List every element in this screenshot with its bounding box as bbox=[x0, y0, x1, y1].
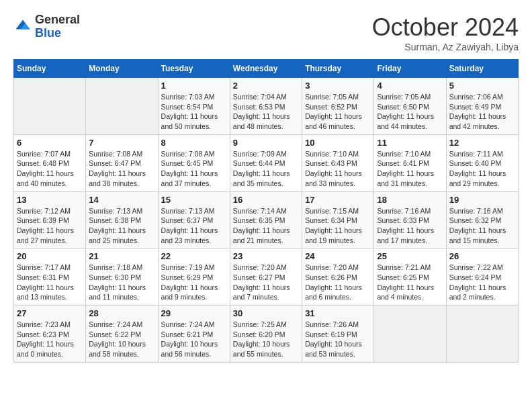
day-info: Sunrise: 7:11 AMSunset: 6:40 PMDaylight:… bbox=[449, 149, 515, 189]
day-info: Sunrise: 7:17 AMSunset: 6:31 PMDaylight:… bbox=[17, 263, 83, 302]
day-number: 19 bbox=[449, 195, 515, 205]
day-number: 14 bbox=[89, 195, 154, 205]
day-info: Sunrise: 7:16 AMSunset: 6:33 PMDaylight:… bbox=[377, 206, 443, 246]
day-number: 1 bbox=[161, 81, 227, 91]
calendar-cell: 21Sunrise: 7:18 AMSunset: 6:30 PMDayligh… bbox=[86, 248, 158, 306]
day-number: 30 bbox=[233, 308, 299, 318]
logo: General Blue bbox=[13, 13, 80, 40]
week-row-4: 20Sunrise: 7:17 AMSunset: 6:31 PMDayligh… bbox=[14, 248, 519, 306]
calendar-cell: 28Sunrise: 7:24 AMSunset: 6:22 PMDayligh… bbox=[86, 306, 158, 363]
day-number: 5 bbox=[449, 81, 515, 91]
calendar-cell: 7Sunrise: 7:08 AMSunset: 6:47 PMDaylight… bbox=[86, 134, 158, 191]
logo-icon bbox=[13, 17, 32, 36]
calendar-cell bbox=[446, 306, 518, 363]
day-info: Sunrise: 7:13 AMSunset: 6:37 PMDaylight:… bbox=[161, 206, 227, 246]
day-number: 25 bbox=[377, 251, 443, 261]
week-row-2: 6Sunrise: 7:07 AMSunset: 6:48 PMDaylight… bbox=[14, 134, 519, 191]
day-number: 7 bbox=[89, 138, 154, 148]
calendar-cell: 1Sunrise: 7:03 AMSunset: 6:54 PMDaylight… bbox=[158, 78, 230, 135]
day-info: Sunrise: 7:19 AMSunset: 6:29 PMDaylight:… bbox=[161, 263, 227, 302]
calendar-cell: 26Sunrise: 7:22 AMSunset: 6:24 PMDayligh… bbox=[446, 248, 518, 306]
day-number: 21 bbox=[89, 251, 154, 261]
day-number: 4 bbox=[377, 81, 443, 91]
day-info: Sunrise: 7:12 AMSunset: 6:39 PMDaylight:… bbox=[17, 206, 83, 246]
day-number: 13 bbox=[17, 195, 83, 205]
calendar-cell: 3Sunrise: 7:05 AMSunset: 6:52 PMDaylight… bbox=[302, 78, 374, 135]
calendar-cell: 27Sunrise: 7:23 AMSunset: 6:23 PMDayligh… bbox=[14, 306, 86, 363]
day-info: Sunrise: 7:10 AMSunset: 6:41 PMDaylight:… bbox=[377, 149, 443, 189]
day-info: Sunrise: 7:24 AMSunset: 6:22 PMDaylight:… bbox=[89, 320, 154, 359]
weekday-header-monday: Monday bbox=[86, 60, 158, 78]
day-info: Sunrise: 7:20 AMSunset: 6:27 PMDaylight:… bbox=[233, 263, 299, 302]
calendar-cell: 5Sunrise: 7:06 AMSunset: 6:49 PMDaylight… bbox=[446, 78, 518, 135]
calendar-cell: 8Sunrise: 7:08 AMSunset: 6:45 PMDaylight… bbox=[158, 134, 230, 191]
weekday-header-wednesday: Wednesday bbox=[230, 60, 302, 78]
day-info: Sunrise: 7:03 AMSunset: 6:54 PMDaylight:… bbox=[161, 92, 227, 132]
calendar-cell: 30Sunrise: 7:25 AMSunset: 6:20 PMDayligh… bbox=[230, 306, 302, 363]
calendar-cell: 10Sunrise: 7:10 AMSunset: 6:43 PMDayligh… bbox=[302, 134, 374, 191]
logo-general-text: General bbox=[35, 13, 80, 26]
day-number: 15 bbox=[161, 195, 227, 205]
calendar-cell: 14Sunrise: 7:13 AMSunset: 6:38 PMDayligh… bbox=[86, 191, 158, 248]
calendar-cell: 29Sunrise: 7:24 AMSunset: 6:21 PMDayligh… bbox=[158, 306, 230, 363]
day-info: Sunrise: 7:08 AMSunset: 6:45 PMDaylight:… bbox=[161, 149, 227, 189]
calendar-cell: 6Sunrise: 7:07 AMSunset: 6:48 PMDaylight… bbox=[14, 134, 86, 191]
day-info: Sunrise: 7:21 AMSunset: 6:25 PMDaylight:… bbox=[377, 263, 443, 302]
calendar-cell: 12Sunrise: 7:11 AMSunset: 6:40 PMDayligh… bbox=[446, 134, 518, 191]
weekday-header-tuesday: Tuesday bbox=[158, 60, 230, 78]
calendar-cell: 25Sunrise: 7:21 AMSunset: 6:25 PMDayligh… bbox=[374, 248, 446, 306]
day-info: Sunrise: 7:18 AMSunset: 6:30 PMDaylight:… bbox=[89, 263, 154, 302]
weekday-header-thursday: Thursday bbox=[302, 60, 374, 78]
day-info: Sunrise: 7:16 AMSunset: 6:32 PMDaylight:… bbox=[449, 206, 515, 246]
day-info: Sunrise: 7:15 AMSunset: 6:34 PMDaylight:… bbox=[305, 206, 371, 246]
day-number: 17 bbox=[305, 195, 371, 205]
day-info: Sunrise: 7:26 AMSunset: 6:19 PMDaylight:… bbox=[305, 320, 371, 359]
day-number: 3 bbox=[305, 81, 371, 91]
day-info: Sunrise: 7:20 AMSunset: 6:26 PMDaylight:… bbox=[305, 263, 371, 302]
calendar-cell: 2Sunrise: 7:04 AMSunset: 6:53 PMDaylight… bbox=[230, 78, 302, 135]
day-info: Sunrise: 7:23 AMSunset: 6:23 PMDaylight:… bbox=[17, 320, 83, 359]
day-info: Sunrise: 7:24 AMSunset: 6:21 PMDaylight:… bbox=[161, 320, 227, 359]
location-subtitle: Surman, Az Zawiyah, Libya bbox=[372, 42, 519, 52]
day-info: Sunrise: 7:04 AMSunset: 6:53 PMDaylight:… bbox=[233, 92, 299, 132]
calendar-cell bbox=[374, 306, 446, 363]
title-block: October 2024 Surman, Az Zawiyah, Libya bbox=[372, 13, 519, 52]
month-title: October 2024 bbox=[372, 13, 519, 42]
day-info: Sunrise: 7:14 AMSunset: 6:35 PMDaylight:… bbox=[233, 206, 299, 246]
weekday-header-saturday: Saturday bbox=[446, 60, 518, 78]
day-info: Sunrise: 7:05 AMSunset: 6:50 PMDaylight:… bbox=[377, 92, 443, 132]
calendar-table: SundayMondayTuesdayWednesdayThursdayFrid… bbox=[13, 59, 519, 363]
calendar-cell: 22Sunrise: 7:19 AMSunset: 6:29 PMDayligh… bbox=[158, 248, 230, 306]
logo-blue-text: Blue bbox=[35, 26, 61, 40]
day-number: 24 bbox=[305, 251, 371, 261]
calendar-cell: 18Sunrise: 7:16 AMSunset: 6:33 PMDayligh… bbox=[374, 191, 446, 248]
calendar-header: SundayMondayTuesdayWednesdayThursdayFrid… bbox=[14, 60, 519, 78]
calendar-cell: 16Sunrise: 7:14 AMSunset: 6:35 PMDayligh… bbox=[230, 191, 302, 248]
day-number: 29 bbox=[161, 308, 227, 318]
day-info: Sunrise: 7:25 AMSunset: 6:20 PMDaylight:… bbox=[233, 320, 299, 359]
day-number: 8 bbox=[161, 138, 227, 148]
day-number: 23 bbox=[233, 251, 299, 261]
day-number: 27 bbox=[17, 308, 83, 318]
day-number: 20 bbox=[17, 251, 83, 261]
day-info: Sunrise: 7:07 AMSunset: 6:48 PMDaylight:… bbox=[17, 149, 83, 189]
day-number: 26 bbox=[449, 251, 515, 261]
day-info: Sunrise: 7:10 AMSunset: 6:43 PMDaylight:… bbox=[305, 149, 371, 189]
calendar-cell: 4Sunrise: 7:05 AMSunset: 6:50 PMDaylight… bbox=[374, 78, 446, 135]
week-row-1: 1Sunrise: 7:03 AMSunset: 6:54 PMDaylight… bbox=[14, 78, 519, 135]
weekday-header-row: SundayMondayTuesdayWednesdayThursdayFrid… bbox=[14, 60, 519, 78]
calendar-cell: 23Sunrise: 7:20 AMSunset: 6:27 PMDayligh… bbox=[230, 248, 302, 306]
day-number: 12 bbox=[449, 138, 515, 148]
day-info: Sunrise: 7:22 AMSunset: 6:24 PMDaylight:… bbox=[449, 263, 515, 302]
weekday-header-sunday: Sunday bbox=[14, 60, 86, 78]
week-row-3: 13Sunrise: 7:12 AMSunset: 6:39 PMDayligh… bbox=[14, 191, 519, 248]
day-number: 10 bbox=[305, 138, 371, 148]
day-info: Sunrise: 7:09 AMSunset: 6:44 PMDaylight:… bbox=[233, 149, 299, 189]
day-number: 6 bbox=[17, 138, 83, 148]
day-number: 16 bbox=[233, 195, 299, 205]
calendar-cell bbox=[14, 78, 86, 135]
week-row-5: 27Sunrise: 7:23 AMSunset: 6:23 PMDayligh… bbox=[14, 306, 519, 363]
calendar-cell: 9Sunrise: 7:09 AMSunset: 6:44 PMDaylight… bbox=[230, 134, 302, 191]
day-info: Sunrise: 7:06 AMSunset: 6:49 PMDaylight:… bbox=[449, 92, 515, 132]
day-info: Sunrise: 7:13 AMSunset: 6:38 PMDaylight:… bbox=[89, 206, 154, 246]
